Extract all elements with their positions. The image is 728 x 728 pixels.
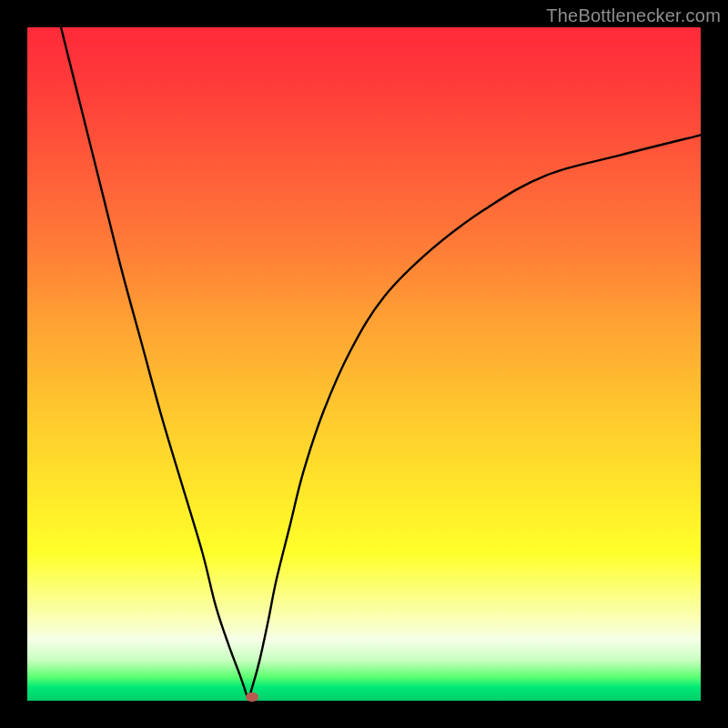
plot-area [27, 27, 701, 701]
chart-frame: TheBottlenecker.com [0, 0, 728, 728]
attribution-text: TheBottlenecker.com [546, 5, 721, 26]
minimum-marker [246, 693, 258, 702]
bottleneck-curve [27, 27, 701, 701]
